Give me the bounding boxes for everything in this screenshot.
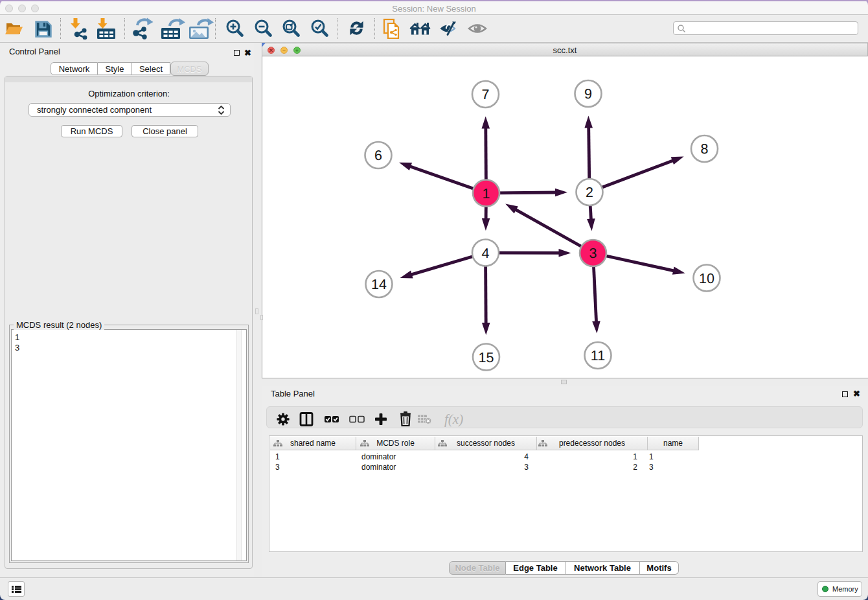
svg-text:14: 14 xyxy=(371,277,387,292)
svg-text:10: 10 xyxy=(699,271,714,286)
svg-text:f(x): f(x) xyxy=(444,411,463,427)
svg-text:7: 7 xyxy=(482,87,490,102)
svg-text:15: 15 xyxy=(479,350,494,365)
svg-text:3: 3 xyxy=(589,246,597,261)
svg-text:8: 8 xyxy=(701,141,709,157)
svg-text:9: 9 xyxy=(584,86,592,102)
svg-text:2: 2 xyxy=(586,185,593,200)
svg-text:11: 11 xyxy=(591,348,605,363)
svg-text:6: 6 xyxy=(374,148,382,163)
svg-text:4: 4 xyxy=(482,246,490,261)
svg-text:1: 1 xyxy=(483,186,490,202)
